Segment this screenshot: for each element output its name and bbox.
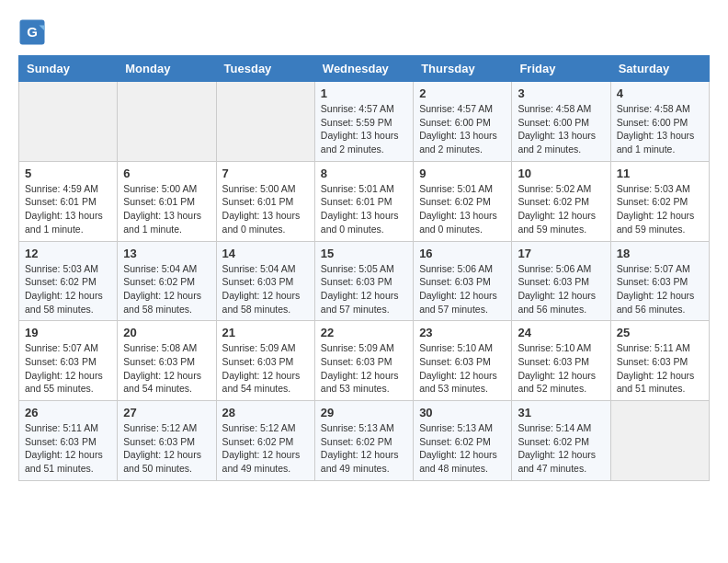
day-info: Sunrise: 5:05 AM Sunset: 6:03 PM Dayligh… — [321, 262, 407, 316]
calendar-cell: 22Sunrise: 5:09 AM Sunset: 6:03 PM Dayli… — [314, 321, 413, 401]
day-number: 15 — [321, 247, 407, 260]
day-info: Sunrise: 5:10 AM Sunset: 6:03 PM Dayligh… — [419, 341, 506, 396]
calendar-cell: 30Sunrise: 5:13 AM Sunset: 6:02 PM Dayli… — [414, 401, 512, 481]
day-info: Sunrise: 5:00 AM Sunset: 6:01 PM Dayligh… — [123, 182, 210, 236]
day-number: 13 — [123, 247, 210, 260]
calendar-cell: 18Sunrise: 5:07 AM Sunset: 6:03 PM Dayli… — [610, 241, 709, 321]
day-info: Sunrise: 5:14 AM Sunset: 6:02 PM Dayligh… — [518, 421, 604, 476]
day-number: 24 — [518, 326, 604, 339]
day-info: Sunrise: 5:02 AM Sunset: 6:02 PM Dayligh… — [518, 182, 604, 236]
day-number: 21 — [222, 326, 309, 339]
day-number: 12 — [25, 247, 111, 260]
day-number: 16 — [419, 247, 506, 260]
calendar-cell: 7Sunrise: 5:00 AM Sunset: 6:01 PM Daylig… — [216, 161, 314, 241]
day-info: Sunrise: 5:13 AM Sunset: 6:02 PM Dayligh… — [419, 421, 506, 476]
page-header: G — [18, 18, 710, 46]
calendar-cell: 19Sunrise: 5:07 AM Sunset: 6:03 PM Dayli… — [19, 321, 118, 401]
calendar-cell: 23Sunrise: 5:10 AM Sunset: 6:03 PM Dayli… — [414, 321, 512, 401]
day-number: 10 — [518, 167, 604, 180]
day-number: 20 — [123, 326, 210, 339]
day-number: 1 — [321, 86, 407, 100]
calendar-cell: 5Sunrise: 4:59 AM Sunset: 6:01 PM Daylig… — [19, 161, 118, 241]
calendar-cell: 14Sunrise: 5:04 AM Sunset: 6:03 PM Dayli… — [216, 241, 314, 321]
weekday-header-tuesday: Tuesday — [216, 56, 314, 82]
logo: G — [18, 18, 50, 46]
day-number: 4 — [617, 86, 703, 100]
calendar-cell: 24Sunrise: 5:10 AM Sunset: 6:03 PM Dayli… — [512, 321, 610, 401]
day-info: Sunrise: 5:01 AM Sunset: 6:01 PM Dayligh… — [321, 182, 407, 236]
calendar-table: SundayMondayTuesdayWednesdayThursdayFrid… — [18, 55, 710, 481]
weekday-header-thursday: Thursday — [414, 56, 512, 82]
calendar-cell: 13Sunrise: 5:04 AM Sunset: 6:02 PM Dayli… — [118, 241, 216, 321]
calendar-cell: 4Sunrise: 4:58 AM Sunset: 6:00 PM Daylig… — [610, 82, 709, 162]
day-info: Sunrise: 5:09 AM Sunset: 6:03 PM Dayligh… — [321, 341, 407, 396]
day-info: Sunrise: 4:57 AM Sunset: 5:59 PM Dayligh… — [321, 102, 407, 156]
week-row-1: 1Sunrise: 4:57 AM Sunset: 5:59 PM Daylig… — [19, 82, 710, 162]
day-info: Sunrise: 5:00 AM Sunset: 6:01 PM Dayligh… — [222, 182, 309, 236]
day-info: Sunrise: 5:07 AM Sunset: 6:03 PM Dayligh… — [25, 341, 111, 396]
calendar-cell: 11Sunrise: 5:03 AM Sunset: 6:02 PM Dayli… — [610, 161, 709, 241]
day-info: Sunrise: 5:09 AM Sunset: 6:03 PM Dayligh… — [222, 341, 309, 396]
day-info: Sunrise: 5:03 AM Sunset: 6:02 PM Dayligh… — [617, 182, 703, 236]
day-info: Sunrise: 4:57 AM Sunset: 6:00 PM Dayligh… — [419, 102, 506, 156]
calendar-cell: 9Sunrise: 5:01 AM Sunset: 6:02 PM Daylig… — [414, 161, 512, 241]
day-number: 8 — [321, 167, 407, 180]
day-number: 23 — [419, 326, 506, 339]
day-number: 22 — [321, 326, 407, 339]
calendar-cell: 16Sunrise: 5:06 AM Sunset: 6:03 PM Dayli… — [414, 241, 512, 321]
week-row-3: 12Sunrise: 5:03 AM Sunset: 6:02 PM Dayli… — [19, 241, 710, 321]
day-number: 3 — [518, 86, 604, 100]
day-number: 28 — [222, 406, 309, 419]
calendar-cell: 10Sunrise: 5:02 AM Sunset: 6:02 PM Dayli… — [512, 161, 610, 241]
day-info: Sunrise: 5:04 AM Sunset: 6:03 PM Dayligh… — [222, 262, 309, 316]
weekday-header-friday: Friday — [512, 56, 610, 82]
day-number: 14 — [222, 247, 309, 260]
weekday-header-sunday: Sunday — [19, 56, 118, 82]
day-info: Sunrise: 5:03 AM Sunset: 6:02 PM Dayligh… — [25, 262, 111, 316]
day-number: 19 — [25, 326, 111, 339]
week-row-4: 19Sunrise: 5:07 AM Sunset: 6:03 PM Dayli… — [19, 321, 710, 401]
calendar-cell: 21Sunrise: 5:09 AM Sunset: 6:03 PM Dayli… — [216, 321, 314, 401]
day-info: Sunrise: 5:01 AM Sunset: 6:02 PM Dayligh… — [419, 182, 506, 236]
calendar-cell: 15Sunrise: 5:05 AM Sunset: 6:03 PM Dayli… — [314, 241, 413, 321]
week-row-2: 5Sunrise: 4:59 AM Sunset: 6:01 PM Daylig… — [19, 161, 710, 241]
calendar-cell: 29Sunrise: 5:13 AM Sunset: 6:02 PM Dayli… — [314, 401, 413, 481]
day-info: Sunrise: 5:11 AM Sunset: 6:03 PM Dayligh… — [617, 341, 703, 396]
day-number: 31 — [518, 406, 604, 419]
calendar-cell: 1Sunrise: 4:57 AM Sunset: 5:59 PM Daylig… — [314, 82, 413, 162]
logo-icon: G — [18, 18, 46, 46]
calendar-cell: 28Sunrise: 5:12 AM Sunset: 6:02 PM Dayli… — [216, 401, 314, 481]
weekday-header-saturday: Saturday — [610, 56, 709, 82]
calendar-cell: 20Sunrise: 5:08 AM Sunset: 6:03 PM Dayli… — [118, 321, 216, 401]
calendar-cell — [216, 82, 314, 162]
calendar-cell — [118, 82, 216, 162]
calendar-cell: 2Sunrise: 4:57 AM Sunset: 6:00 PM Daylig… — [414, 82, 512, 162]
day-number: 6 — [123, 167, 210, 180]
day-number: 26 — [25, 406, 111, 419]
calendar-cell: 8Sunrise: 5:01 AM Sunset: 6:01 PM Daylig… — [314, 161, 413, 241]
day-number: 7 — [222, 167, 309, 180]
day-number: 5 — [25, 167, 111, 180]
day-number: 2 — [419, 86, 506, 100]
day-number: 17 — [518, 247, 604, 260]
day-info: Sunrise: 4:58 AM Sunset: 6:00 PM Dayligh… — [617, 102, 703, 156]
calendar-cell: 6Sunrise: 5:00 AM Sunset: 6:01 PM Daylig… — [118, 161, 216, 241]
day-info: Sunrise: 5:13 AM Sunset: 6:02 PM Dayligh… — [321, 421, 407, 476]
calendar-cell: 25Sunrise: 5:11 AM Sunset: 6:03 PM Dayli… — [610, 321, 709, 401]
weekday-header-monday: Monday — [118, 56, 216, 82]
day-info: Sunrise: 5:06 AM Sunset: 6:03 PM Dayligh… — [518, 262, 604, 316]
calendar-cell: 31Sunrise: 5:14 AM Sunset: 6:02 PM Dayli… — [512, 401, 610, 481]
calendar-cell: 26Sunrise: 5:11 AM Sunset: 6:03 PM Dayli… — [19, 401, 118, 481]
day-number: 25 — [617, 326, 703, 339]
day-number: 27 — [123, 406, 210, 419]
day-number: 30 — [419, 406, 506, 419]
day-number: 11 — [617, 167, 703, 180]
calendar-cell — [19, 82, 118, 162]
day-info: Sunrise: 5:07 AM Sunset: 6:03 PM Dayligh… — [617, 262, 703, 316]
calendar-cell: 17Sunrise: 5:06 AM Sunset: 6:03 PM Dayli… — [512, 241, 610, 321]
calendar-cell — [610, 401, 709, 481]
day-number: 29 — [321, 406, 407, 419]
weekday-header-row: SundayMondayTuesdayWednesdayThursdayFrid… — [19, 56, 710, 82]
day-info: Sunrise: 5:10 AM Sunset: 6:03 PM Dayligh… — [518, 341, 604, 396]
day-info: Sunrise: 5:12 AM Sunset: 6:03 PM Dayligh… — [123, 421, 210, 476]
